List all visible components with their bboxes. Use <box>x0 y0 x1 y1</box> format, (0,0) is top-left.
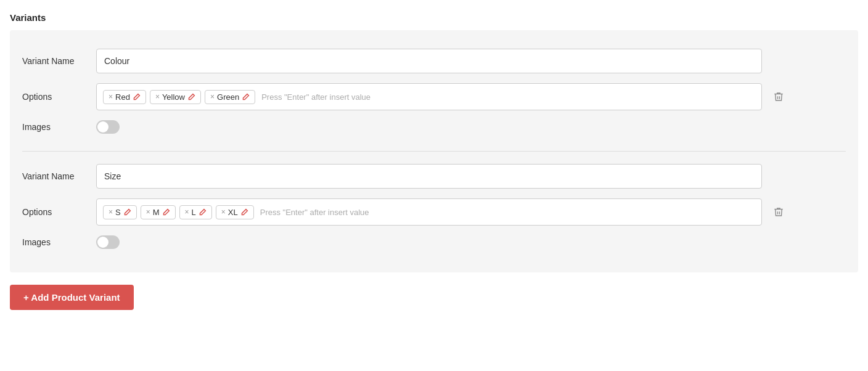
tag-xl-edit[interactable] <box>240 208 248 216</box>
section-title: Variants <box>10 12 858 23</box>
options-placeholder-2: Press "Enter" after insert value <box>258 208 369 217</box>
tag-xl-label: XL <box>228 208 238 217</box>
add-product-variant-button[interactable]: + Add Product Variant <box>10 285 134 310</box>
tag-yellow-label: Yellow <box>162 92 185 102</box>
tag-xl-remove[interactable]: × <box>221 208 226 216</box>
tag-red: × Red <box>103 90 146 104</box>
options-label-2: Options <box>22 207 96 217</box>
variant-block-2: Variant Name Options × S <box>22 151 846 260</box>
tag-s-edit[interactable] <box>123 208 131 216</box>
images-toggle-1[interactable] <box>96 120 120 134</box>
options-placeholder-1: Press "Enter" after insert value <box>259 92 371 102</box>
options-row-1: Options × Red × Yellow <box>22 83 846 110</box>
tag-green: × Green <box>205 90 255 104</box>
page-container: Variants Variant Name Options × Red <box>0 0 868 371</box>
delete-variant-2-button[interactable] <box>771 204 787 220</box>
tag-m: × M <box>141 205 176 219</box>
tag-m-edit[interactable] <box>162 208 170 216</box>
variant-name-input-1[interactable] <box>96 49 762 73</box>
tag-xl: × XL <box>216 205 254 219</box>
variant-name-row-2: Variant Name <box>22 164 846 189</box>
variant-name-label-1: Variant Name <box>22 56 96 66</box>
tag-red-remove[interactable]: × <box>108 92 113 101</box>
tag-l-remove[interactable]: × <box>185 208 189 216</box>
options-row-2: Options × S × M <box>22 198 846 226</box>
images-label-1: Images <box>22 122 96 132</box>
variant-name-label-2: Variant Name <box>22 171 96 181</box>
tag-l-label: L <box>192 208 196 217</box>
options-label-1: Options <box>22 92 96 102</box>
options-container-1: × Red × Yellow <box>96 83 762 110</box>
tag-red-edit[interactable] <box>133 93 141 101</box>
tag-red-label: Red <box>115 92 130 102</box>
tag-s-remove[interactable]: × <box>108 208 113 216</box>
tag-m-label: M <box>153 208 160 217</box>
tag-green-label: Green <box>217 92 239 102</box>
tag-m-remove[interactable]: × <box>146 208 150 216</box>
tag-s-label: S <box>115 208 121 217</box>
images-label-2: Images <box>22 237 96 247</box>
tag-l: × L <box>179 205 212 219</box>
tag-yellow: × Yellow <box>150 90 201 104</box>
tag-green-remove[interactable]: × <box>210 92 215 101</box>
tag-yellow-remove[interactable]: × <box>155 92 160 101</box>
variants-wrapper: Variant Name Options × Red <box>10 30 858 272</box>
images-row-1: Images <box>22 120 846 134</box>
variant-name-input-2[interactable] <box>96 164 762 189</box>
images-row-2: Images <box>22 235 846 249</box>
tag-green-edit[interactable] <box>242 93 250 101</box>
variant-block-1: Variant Name Options × Red <box>22 43 846 145</box>
tag-l-edit[interactable] <box>199 208 207 216</box>
options-container-2: × S × M <box>96 198 762 226</box>
images-toggle-2[interactable] <box>96 235 120 249</box>
tag-s: × S <box>103 205 137 219</box>
delete-variant-1-button[interactable] <box>771 89 787 105</box>
variant-name-row-1: Variant Name <box>22 49 846 73</box>
tag-yellow-edit[interactable] <box>187 93 195 101</box>
